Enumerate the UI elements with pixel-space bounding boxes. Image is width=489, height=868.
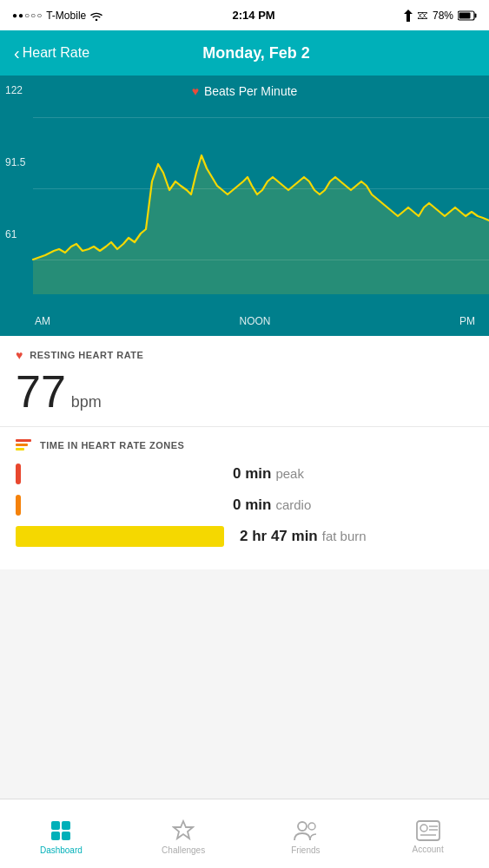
tab-challenges[interactable]: Challenges [122,812,245,855]
zones-icon [16,439,33,451]
status-left: ●●○○○ T-Mobile [12,10,103,22]
resting-unit: bpm [71,393,102,411]
wifi-icon [89,10,103,21]
dashboard-icon [50,819,72,842]
zone-row-cardio: 0 min cardio [16,495,473,516]
y-label-top: 122 [5,84,25,96]
zone-label-fatburn: fat burn [322,529,367,543]
svg-rect-1 [474,13,476,17]
chart-legend: ♥ Beats Per Minute [0,76,489,103]
status-time: 2:14 PM [233,9,275,22]
chart-svg-wrapper [0,103,489,312]
resting-number: 77 [16,369,66,414]
heart-rate-chart: ♥ Beats Per Minute 122 91.5 61 AM NOON P… [0,76,489,336]
status-bar: ●●○○○ T-Mobile 2:14 PM ⯴ 78% [0,0,489,30]
zone-info-fatburn: 2 hr 47 min fat burn [240,528,367,545]
battery-label: 78% [433,10,453,22]
signal-dots: ●●○○○ [12,10,43,20]
svg-rect-4 [62,821,70,830]
back-button[interactable]: ‹ Heart Rate [14,43,89,63]
zone-row-fatburn: 2 hr 47 min fat burn [16,526,473,547]
content-area: ♥ RESTING HEART RATE 77 bpm TIME IN HEAR… [0,336,489,569]
tab-challenges-label: Challenges [162,845,205,855]
zones-title: TIME IN HEART RATE ZONES [40,440,184,450]
svg-rect-2 [459,12,470,18]
battery-icon [458,10,477,21]
svg-point-8 [308,823,315,830]
zone-bar-cardio-container [16,495,224,516]
tab-bar: Dashboard Challenges Friends Account [0,799,489,868]
zone-time-peak: 0 min [233,465,271,483]
zone-bar-peak-container [16,464,224,484]
back-label: Heart Rate [23,45,89,61]
svg-point-10 [420,825,427,832]
tab-friends[interactable]: Friends [245,812,367,855]
heart-icon: ♥ [192,84,199,98]
zone-label-cardio: cardio [275,497,311,512]
tab-dashboard[interactable]: Dashboard [0,812,122,855]
zone-label-peak: peak [275,466,304,481]
svg-rect-5 [51,832,60,840]
nav-bar: ‹ Heart Rate Monday, Feb 2 [0,30,489,76]
resting-header: ♥ RESTING HEART RATE [16,348,473,362]
chart-legend-label: Beats Per Minute [204,84,297,98]
location-icon [404,10,413,22]
page-title: Monday, Feb 2 [89,44,423,62]
x-label-noon: NOON [240,315,271,327]
x-axis-labels: AM NOON PM [0,312,489,331]
resting-heart-rate-section: ♥ RESTING HEART RATE 77 bpm [0,336,489,427]
zone-time-fatburn: 2 hr 47 min [240,528,318,545]
zone-info-peak: 0 min peak [233,465,304,483]
x-label-pm: PM [459,315,475,327]
zones-header: TIME IN HEART RATE ZONES [16,439,473,451]
svg-rect-3 [51,821,60,830]
zone-row-peak: 0 min peak [16,464,473,484]
tab-friends-label: Friends [291,845,320,855]
back-chevron-icon: ‹ [14,43,20,63]
svg-point-7 [298,822,307,831]
friends-icon [293,819,319,842]
zone-info-cardio: 0 min cardio [233,496,311,514]
tab-dashboard-label: Dashboard [40,845,83,855]
carrier-label: T-Mobile [46,10,86,22]
zone-bar-fatburn-container [16,526,224,547]
resting-value-row: 77 bpm [16,369,473,414]
tab-account[interactable]: Account [367,813,489,854]
resting-title: RESTING HEART RATE [30,350,143,360]
tab-account-label: Account [413,845,444,854]
zone-bar-peak [16,464,21,484]
bluetooth-icon: ⯴ [417,9,428,22]
zone-bar-fatburn [16,526,224,547]
resting-heart-icon: ♥ [16,348,23,362]
heart-rate-line-chart [0,103,489,303]
zones-section: TIME IN HEART RATE ZONES 0 min peak 0 mi… [0,427,489,569]
svg-rect-9 [417,821,439,840]
x-label-am: AM [35,315,50,327]
zone-time-cardio: 0 min [233,496,271,514]
zone-bar-cardio [16,495,21,516]
svg-rect-6 [62,832,70,840]
challenges-icon [172,819,195,842]
account-icon [416,820,440,841]
status-right: ⯴ 78% [404,9,477,22]
